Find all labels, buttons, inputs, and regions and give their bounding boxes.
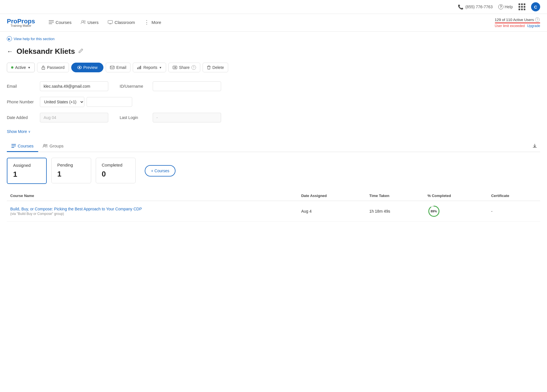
stat-card-pending[interactable]: Pending 1 [51,158,91,183]
download-icon [532,143,537,148]
email-icon [110,66,115,69]
delete-label: Delete [213,65,224,70]
stat-card-completed[interactable]: Completed 0 [96,158,136,183]
courses-icon [49,20,54,24]
svg-rect-2 [49,23,52,24]
svg-rect-13 [137,67,138,69]
pending-label: Pending [57,163,85,167]
tab-courses[interactable]: Courses [7,141,38,152]
svg-point-9 [43,68,44,69]
delete-button[interactable]: Delete [203,63,228,72]
course-sub: (via "Build Buy or Compose" group) [10,212,294,216]
form-row-dates: Date Added Last Login [7,113,540,122]
last-login-input[interactable] [153,113,221,122]
tab-groups[interactable]: Groups [38,141,68,152]
user-form: Email ID/Username Phone Number United St… [7,81,540,122]
user-limit-help-icon[interactable]: ? [535,17,540,22]
user-limit-exceeded-link[interactable]: User limit exceeded [495,24,525,28]
reports-button[interactable]: Reports ▼ [133,63,166,72]
nav-courses-label: Courses [56,20,72,25]
help-section-text: View help for this section [14,37,55,41]
logo-subtitle: Training Maker [7,24,35,27]
svg-rect-12 [110,66,114,69]
col-percent-completed: % Completed [424,191,488,201]
table-header: Course Name Date Assigned Time Taken % C… [7,191,540,201]
help-link[interactable]: ? Help [498,4,513,9]
reports-icon [137,65,142,69]
date-added-input[interactable] [40,113,108,122]
more-dots-icon: ⋮ [144,19,150,25]
phone-number: (855) 776-7763 [465,5,493,9]
phone-icon: 📞 [458,4,464,10]
show-more-label: Show More [7,129,27,134]
show-more-toggle[interactable]: Show More ∨ [7,129,540,134]
chevron-down-icon: ∨ [28,130,30,134]
top-bar-right: 📞 (855) 776-7763 ? Help C [458,2,540,11]
date-added-field: Date Added [7,113,108,122]
user-title-row: ← Oleksandr Kliets [7,47,540,56]
svg-rect-17 [11,144,16,145]
nav-left: ProProps Training Maker Courses Users Cl… [7,14,166,31]
share-help-icon[interactable]: ? [191,65,196,70]
stat-cards: Assigned 1 Pending 1 Completed 0 + Cours… [7,158,540,184]
reports-chevron-icon: ▼ [159,66,162,69]
tabs: Courses Groups [7,141,68,152]
completed-value: 0 [102,170,130,178]
svg-rect-5 [108,20,113,23]
assigned-value: 1 [13,170,40,179]
nav-right: 129 of 110 Active Users ? User limit exc… [495,17,540,28]
courses-table-body: Build, Buy, or Compose: Picking the Best… [7,201,540,222]
id-field: ID/Username [120,81,221,91]
edit-icon[interactable] [78,48,83,55]
share-label: Share [179,65,189,70]
preview-button[interactable]: Preview [71,63,104,72]
nav-classroom[interactable]: Classroom [103,15,140,31]
phone-info: 📞 (855) 776-7763 [458,4,493,10]
users-icon [81,20,86,24]
download-button[interactable] [529,141,540,151]
id-input[interactable] [153,81,221,91]
time-taken-cell: 1h 18m 49s [366,201,424,222]
user-limit-bar [495,22,540,23]
top-bar: 📞 (855) 776-7763 ? Help C [0,0,547,14]
email-button[interactable]: Email [106,63,130,72]
progress-circle: 89% [428,205,440,217]
tab-groups-label: Groups [50,143,64,148]
phone-row: United States (+1) [40,97,132,107]
preview-label: Preview [83,65,98,70]
courses-tabs-row: Courses Groups [7,141,540,152]
active-button[interactable]: Active ▼ [7,63,35,72]
table-row: Build, Buy, or Compose: Picking the Best… [7,201,540,222]
upgrade-link[interactable]: Upgrade [527,24,540,28]
share-button[interactable]: Share ? [168,63,200,72]
apps-grid-icon[interactable] [519,3,525,10]
add-courses-button[interactable]: + Courses [145,165,175,176]
svg-rect-0 [49,20,54,21]
email-input[interactable] [40,81,108,91]
stat-card-assigned[interactable]: Assigned 1 [7,158,47,184]
preview-icon [77,66,82,69]
help-section-link[interactable]: ▶ View help for this section [7,36,540,41]
phone-number-input[interactable] [87,97,132,107]
assigned-label: Assigned [13,163,40,168]
password-button[interactable]: Password [37,63,69,72]
user-limit-info: 129 of 110 Active Users ? User limit exc… [495,17,540,28]
svg-rect-14 [139,67,140,69]
svg-point-4 [84,20,85,22]
nav-users[interactable]: Users [76,15,103,31]
user-name: Oleksandr Kliets [17,47,75,56]
phone-field: Phone Number United States (+1) [7,97,132,107]
progress-label: 89% [431,210,437,213]
logo[interactable]: ProProps Training Maker [7,18,35,27]
phone-country-select[interactable]: United States (+1) [40,97,84,107]
nav-more[interactable]: ⋮ More [140,14,166,31]
email-label: Email [116,65,126,70]
svg-rect-19 [11,147,14,148]
last-login-field: Last Login [120,113,221,122]
last-login-label: Last Login [120,115,148,120]
course-name-link[interactable]: Build, Buy, or Compose: Picking the Best… [10,207,142,211]
avatar[interactable]: C [531,2,540,11]
back-button[interactable]: ← [7,48,13,55]
pending-value: 1 [57,170,85,178]
nav-courses[interactable]: Courses [44,15,76,31]
